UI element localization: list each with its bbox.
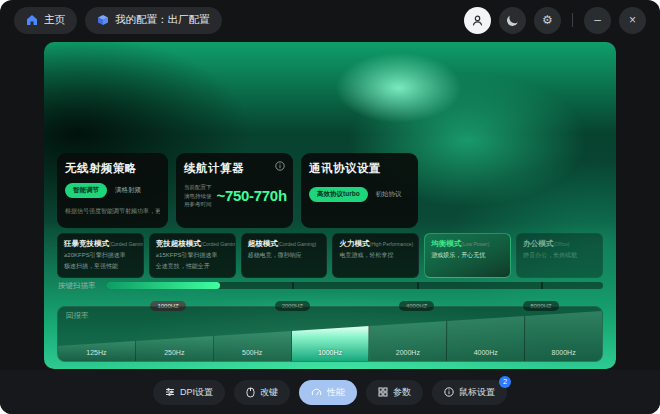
- mode-card-office[interactable]: 办公模式(Office) 静音办公，长效续航: [516, 233, 603, 278]
- scan-rate-slider[interactable]: [106, 282, 603, 289]
- sliders-icon: [165, 387, 175, 397]
- polling-rate-section: 回报率 125Hz 250Hz 500Hz 1000Hz 2000Hz 4000…: [57, 306, 603, 362]
- polling-option-4000hz[interactable]: 4000Hz: [447, 316, 525, 361]
- protocol-initial-option[interactable]: 初始协议: [376, 190, 402, 199]
- gauge-icon: [311, 387, 322, 397]
- rf-strategy-card: 无线射频策略 智能调节 满格射频 根据信号强度智能调节射频功率，更加节能: [57, 153, 168, 228]
- info-icon[interactable]: [275, 161, 285, 171]
- home-label: 主页: [44, 13, 65, 27]
- mouse-icon: [246, 387, 255, 398]
- battery-title: 续航计算器: [184, 161, 244, 176]
- settings-button[interactable]: ⚙: [534, 7, 561, 34]
- scan-tick-2000: [292, 282, 294, 289]
- nav-rebind[interactable]: 改键: [234, 380, 290, 405]
- mode-card-competitive-supercore[interactable]: 竞技超核模式(Corded Gaming) ≥15KFPS引擎扫描速率 全速竞技…: [149, 233, 236, 278]
- my-config-button[interactable]: 我的配置：出厂配置: [85, 7, 222, 34]
- topbar-divider: [572, 13, 573, 27]
- user-icon: [471, 14, 484, 27]
- polling-option-250hz[interactable]: 250Hz: [136, 336, 214, 361]
- nav-performance-label: 性能: [327, 386, 345, 399]
- info-circle-icon: [444, 387, 454, 397]
- nav-params-label: 参数: [393, 386, 411, 399]
- polling-option-125hz[interactable]: 125Hz: [58, 341, 136, 361]
- nav-dpi-settings[interactable]: DPI设置: [153, 380, 225, 405]
- minimize-icon: –: [594, 13, 601, 27]
- notification-badge: 2: [499, 376, 511, 388]
- scan-tick-8000: [541, 282, 543, 289]
- polling-option-8000hz[interactable]: 8000Hz: [525, 311, 602, 361]
- scan-rate-label: 按键扫描率: [58, 281, 96, 291]
- gear-icon: ⚙: [542, 13, 553, 27]
- close-icon: ×: [629, 13, 636, 27]
- performance-panel: 无线射频策略 智能调节 满格射频 根据信号强度智能调节射频功率，更加节能 续航计…: [44, 42, 616, 369]
- rf-full-power-option[interactable]: 满格射频: [115, 186, 141, 195]
- home-icon: [26, 14, 38, 26]
- grid-icon: [378, 387, 388, 397]
- protocol-settings-card: 通讯协议设置 高效协议turbo 初始协议: [301, 153, 418, 228]
- moon-icon: [506, 13, 519, 26]
- nav-params[interactable]: 参数: [366, 380, 423, 405]
- rf-smart-adjust-option[interactable]: 智能调节: [65, 183, 107, 198]
- polling-rate-selector: 125Hz 250Hz 500Hz 1000Hz 2000Hz 4000Hz 8…: [58, 311, 602, 361]
- avatar[interactable]: [464, 7, 491, 34]
- nav-dpi-label: DPI设置: [180, 386, 213, 399]
- nav-mouse-settings-label: 鼠标设置: [459, 386, 495, 399]
- battery-estimate-value: ~750-770h: [217, 187, 287, 204]
- protocol-title: 通讯协议设置: [309, 161, 410, 176]
- bottom-nav: DPI设置 改键 性能 参数 鼠标设置 2: [0, 370, 660, 414]
- polling-option-2000hz[interactable]: 2000Hz: [369, 321, 447, 361]
- mode-selector: 狂暴竞技模式(Corded Gaming) ≥20KFPS引擎扫描速率 极速扫描…: [57, 233, 603, 278]
- scan-tick-4000: [417, 282, 419, 289]
- battery-calculator-card: 续航计算器 当前配置下 满电持续使 用参考时间 ~750-770h: [176, 153, 293, 228]
- nav-mouse-settings[interactable]: 鼠标设置 2: [432, 380, 507, 405]
- rf-strategy-title: 无线射频策略: [65, 161, 160, 176]
- mode-card-firepower[interactable]: 火力模式(High Performance) 电竞游戏，轻松拿捏: [332, 233, 419, 278]
- battery-notes: 当前配置下 满电持续使 用参考时间: [184, 183, 212, 209]
- polling-option-500hz[interactable]: 500Hz: [214, 331, 292, 361]
- polling-option-1000hz[interactable]: 1000Hz: [292, 326, 370, 361]
- nav-rebind-label: 改键: [260, 386, 278, 399]
- theme-toggle-button[interactable]: [499, 7, 526, 34]
- close-button[interactable]: ×: [619, 7, 646, 34]
- my-config-label: 我的配置：出厂配置: [115, 13, 210, 27]
- mode-card-balanced[interactable]: 均衡模式(Low Power) 游戏娱乐，开心无忧: [424, 233, 511, 278]
- scan-rate-fill: [106, 282, 220, 289]
- mode-card-supercore[interactable]: 超核模式(Corded Gaming) 超稳电竞，微秒响应: [241, 233, 328, 278]
- app-window: 主页 我的配置：出厂配置 ⚙ – × 无线射频策略 智能调节 满格射频: [0, 0, 660, 414]
- top-bar: 主页 我的配置：出厂配置 ⚙ – ×: [0, 0, 660, 40]
- rf-strategy-desc: 根据信号强度智能调节射频功率，更加节能: [65, 207, 160, 216]
- protocol-turbo-option[interactable]: 高效协议turbo: [309, 187, 368, 202]
- minimize-button[interactable]: –: [584, 7, 611, 34]
- config-cube-icon: [97, 14, 109, 26]
- mode-card-rage-gaming[interactable]: 狂暴竞技模式(Corded Gaming) ≥20KFPS引擎扫描速率 极速扫描…: [57, 233, 144, 278]
- home-button[interactable]: 主页: [14, 7, 77, 34]
- nav-performance[interactable]: 性能: [299, 380, 357, 405]
